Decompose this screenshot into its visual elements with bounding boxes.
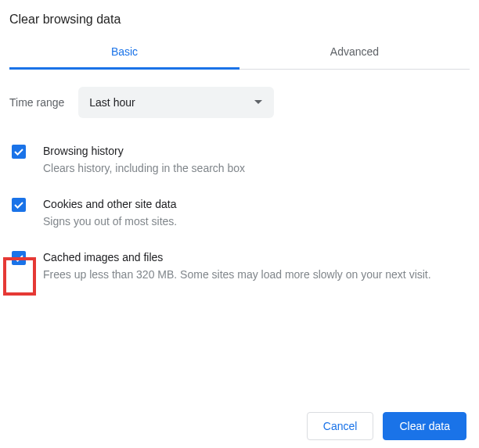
option-desc: Signs you out of most sites. [43, 213, 177, 229]
footer: Cancel Clear data [307, 412, 466, 440]
option-title: Cached images and files [43, 249, 431, 265]
tabs: Basic Advanced [9, 34, 470, 70]
time-range-select[interactable]: Last hour [78, 87, 274, 118]
checkbox-cached[interactable] [12, 251, 26, 265]
option-browsing-history: Browsing history Clears history, includi… [9, 143, 470, 176]
dialog-title: Clear browsing data [9, 13, 470, 27]
time-range-row: Time range Last hour [9, 87, 470, 118]
check-icon [13, 199, 24, 210]
option-cookies: Cookies and other site data Signs you ou… [9, 196, 470, 229]
option-desc: Frees up less than 320 MB. Some sites ma… [43, 267, 431, 282]
time-range-label: Time range [9, 96, 64, 109]
time-range-value: Last hour [89, 96, 135, 109]
clear-data-button[interactable]: Clear data [383, 412, 466, 440]
option-desc: Clears history, including in the search … [43, 160, 245, 176]
cancel-button[interactable]: Cancel [307, 412, 374, 440]
option-cached: Cached images and files Frees up less th… [9, 249, 470, 282]
chevron-down-icon [254, 99, 263, 106]
tab-basic[interactable]: Basic [9, 34, 240, 70]
checkbox-browsing-history[interactable] [12, 145, 26, 159]
check-icon [13, 253, 24, 263]
option-title: Browsing history [43, 143, 245, 159]
check-icon [13, 146, 24, 157]
option-title: Cookies and other site data [43, 196, 177, 212]
tab-advanced[interactable]: Advanced [240, 34, 470, 69]
checkbox-cookies[interactable] [12, 198, 26, 212]
